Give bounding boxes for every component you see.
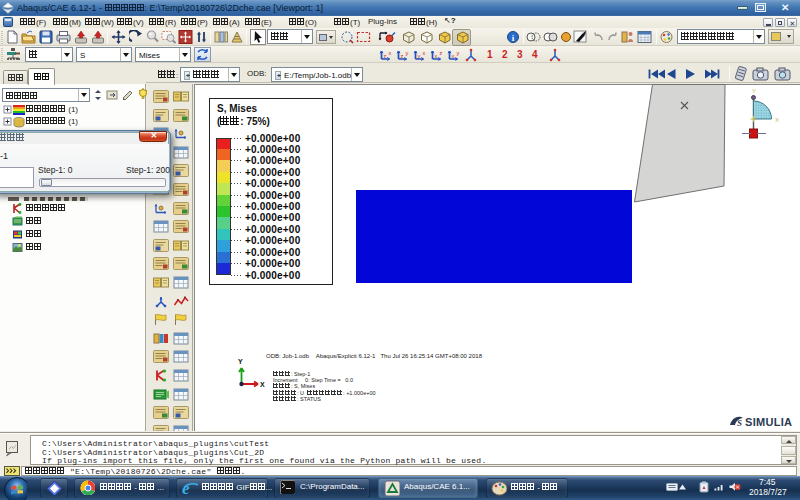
svg-text:Y: Y xyxy=(238,358,243,365)
svg-text:y: y xyxy=(418,53,421,59)
svg-text:z: z xyxy=(384,53,387,59)
svg-text:x: x xyxy=(423,50,426,56)
svg-text:e: e xyxy=(182,479,190,496)
svg-text:y: y xyxy=(457,50,460,56)
svg-text:z: z xyxy=(440,50,443,56)
svg-text:y: y xyxy=(406,50,409,56)
svg-text:S: S xyxy=(737,418,742,428)
svg-text:X: X xyxy=(260,381,265,388)
svg-text:SIMULIA: SIMULIA xyxy=(745,416,792,428)
svg-text:z: z xyxy=(401,53,404,59)
svg-text:Y: Y xyxy=(752,88,756,94)
svg-text:X: X xyxy=(775,117,779,123)
svg-text:x: x xyxy=(452,53,455,59)
svg-text:x: x xyxy=(389,50,392,56)
svg-text:x: x xyxy=(435,53,438,59)
